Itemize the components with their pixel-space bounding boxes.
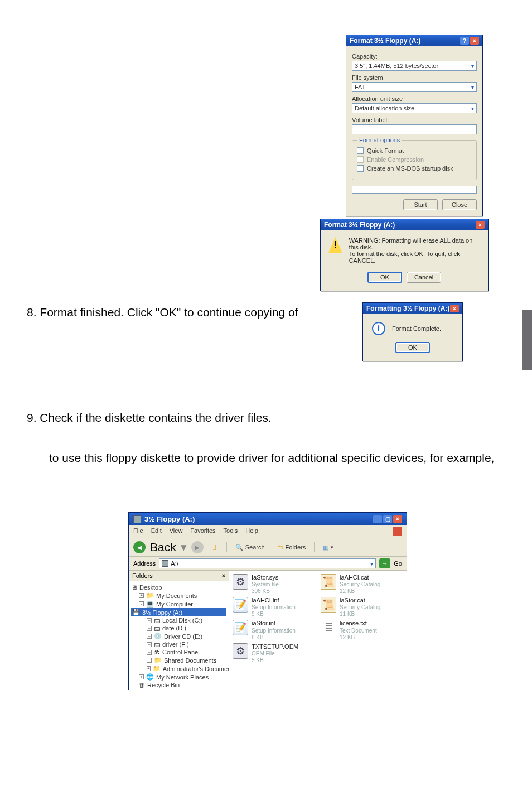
desktop-icon: 🖥 [131, 584, 137, 591]
file-item[interactable]: ≣ license.txtText Document12 KB [321, 620, 403, 640]
tree-network[interactable]: +🌐My Network Places [131, 673, 226, 681]
file-item[interactable]: 📜 iaAHCI.catSecurity Catalog12 KB [321, 574, 403, 595]
expand-icon[interactable]: + [139, 593, 144, 598]
tree-label: Driver CD (E:) [164, 633, 202, 640]
close-button[interactable]: × [450, 305, 459, 312]
cancel-button[interactable]: Cancel [407, 272, 441, 283]
tree-date-d[interactable]: +🖴date (D:) [131, 624, 226, 632]
msdos-disk-checkbox[interactable]: Create an MS-DOS startup disk [357, 165, 472, 172]
folders-pane: Folders × 🖥Desktop +📁My Documents -💻My C… [129, 571, 229, 693]
menu-file[interactable]: File [133, 527, 143, 536]
step8-text: 8. Format finished. Click "OK" to contin… [27, 304, 298, 320]
close-button[interactable]: × [393, 515, 402, 523]
format-dialog-titlebar[interactable]: Format 3½ Floppy (A:) ? × [346, 35, 482, 46]
file-item[interactable]: ⚙ TXTSETUP.OEMOEM File5 KB [233, 643, 315, 664]
explorer-title: 3½ Floppy (A:) [144, 515, 195, 523]
close-button[interactable]: Close [442, 199, 477, 210]
explorer-titlebar[interactable]: 3½ Floppy (A:) _ ▢ × [129, 513, 407, 525]
file-size: 11 KB [340, 611, 380, 618]
file-size: 5 KB [252, 657, 298, 664]
go-button[interactable]: → [379, 558, 390, 568]
tree-my-computer[interactable]: -💻My Computer [131, 600, 226, 608]
floppy-icon: 💾 [132, 609, 140, 616]
menu-edit[interactable]: Edit [151, 527, 162, 536]
format-complete-msg: Format Complete. [392, 325, 441, 332]
tree-local-c[interactable]: +🖴Local Disk (C:) [131, 616, 226, 624]
back-dropdown-icon[interactable]: ▾ [181, 541, 187, 554]
capacity-value: 3.5", 1.44MB, 512 bytes/sector [355, 62, 438, 69]
expand-icon[interactable]: + [147, 618, 152, 623]
disk-icon: 🖴 [154, 617, 160, 624]
tree-floppy-selected[interactable]: 💾3½ Floppy (A:) [131, 608, 226, 616]
expand-icon[interactable]: + [147, 650, 152, 655]
start-button[interactable]: Start [403, 199, 438, 210]
capacity-select[interactable]: 3.5", 1.44MB, 512 bytes/sector ▾ [352, 61, 477, 71]
file-item[interactable]: 📝 iaStor.infSetup Information8 KB [233, 620, 315, 640]
tree-my-documents[interactable]: +📁My Documents [131, 591, 226, 600]
tree-desktop[interactable]: 🖥Desktop [131, 584, 226, 591]
tree-control-panel[interactable]: +🛠Control Panel [131, 648, 226, 656]
collapse-icon[interactable]: - [139, 601, 144, 606]
menu-tools[interactable]: Tools [224, 527, 238, 536]
menu-view[interactable]: View [170, 527, 183, 536]
file-item[interactable]: ⚙ IaStor.sysSystem file306 KB [233, 574, 315, 595]
tree-recycle[interactable]: 🗑Recycle Bin [131, 681, 226, 689]
allocation-select[interactable]: Default allocation size ▾ [352, 103, 477, 113]
txt-file-icon: ≣ [321, 620, 336, 635]
expand-icon[interactable]: + [147, 658, 152, 663]
expand-icon[interactable]: + [139, 674, 144, 679]
allocation-label: Allocation unit size [352, 95, 477, 102]
maximize-button[interactable]: ▢ [383, 515, 392, 523]
expand-icon[interactable]: + [147, 626, 152, 631]
disk-icon: 🖴 [154, 641, 160, 648]
menu-favorites[interactable]: Favorites [190, 527, 215, 536]
close-button[interactable]: × [470, 37, 479, 45]
expand-icon[interactable]: + [147, 666, 151, 671]
file-item[interactable]: 📜 iaStor.catSecurity Catalog11 KB [321, 597, 403, 618]
format-complete-dialog: Formatting 3½ Floppy (A:) × i Format Com… [362, 302, 463, 361]
tree-label: driver (F:) [162, 641, 189, 648]
file-type: Security Catalog [340, 604, 380, 611]
search-button[interactable]: 🔍 Search [231, 542, 269, 553]
close-pane-icon[interactable]: × [222, 572, 225, 579]
ok-button[interactable]: OK [367, 272, 402, 283]
back-button[interactable]: ◄ [133, 541, 146, 553]
file-name: iaStor.inf [252, 620, 296, 627]
chevron-down-icon: ▾ [471, 84, 474, 90]
ok-button[interactable]: OK [395, 342, 430, 353]
menu-help[interactable]: Help [245, 527, 258, 536]
tree-admin-docs[interactable]: +📁Administrator's Documents [131, 664, 226, 673]
inf-file-icon: 📝 [233, 597, 248, 613]
expand-icon[interactable]: + [147, 642, 152, 647]
address-input[interactable]: A:\ ▾ [159, 558, 376, 568]
volume-label-input[interactable] [352, 124, 477, 134]
folder-up-icon: ⮥ [212, 544, 218, 551]
tree-driver-cd[interactable]: +💿Driver CD (E:) [131, 632, 226, 640]
filesystem-select[interactable]: FAT ▾ [352, 82, 477, 92]
file-item[interactable]: 📝 iaAHCI.infSetup Information9 KB [233, 597, 315, 618]
oem-file-icon: ⚙ [233, 643, 248, 659]
minimize-button[interactable]: _ [373, 515, 382, 523]
enable-compression-label: Enable Compression [367, 156, 424, 163]
floppy-icon [133, 515, 141, 523]
folders-button[interactable]: 🗀 Folders [273, 542, 310, 552]
explorer-window: 3½ Floppy (A:) _ ▢ × File Edit View Favo… [128, 512, 407, 690]
go-label: Go [394, 560, 402, 567]
tree-driver-f[interactable]: +🖴driver (F:) [131, 640, 226, 648]
allocation-value: Default allocation size [355, 105, 414, 112]
warning-dialog-titlebar[interactable]: Format 3½ Floppy (A:) × [321, 219, 488, 230]
file-type: Text Document [340, 628, 377, 634]
search-icon: 🔍 [235, 544, 243, 551]
folder-icon: 📁 [146, 592, 154, 599]
views-button[interactable]: ▥ ▾ [319, 542, 337, 553]
back-label: Back [150, 541, 176, 554]
folders-label: Folders [286, 544, 306, 551]
info-icon: i [372, 322, 385, 335]
quick-format-checkbox[interactable]: Quick Format [357, 147, 472, 154]
tree-shared-docs[interactable]: +📁Shared Documents [131, 656, 226, 664]
close-button[interactable]: × [476, 221, 485, 229]
up-button[interactable]: ⮥ [208, 542, 222, 552]
expand-icon[interactable]: + [147, 634, 152, 639]
help-button[interactable]: ? [460, 37, 469, 45]
info-dialog-titlebar[interactable]: Formatting 3½ Floppy (A:) × [363, 303, 462, 314]
